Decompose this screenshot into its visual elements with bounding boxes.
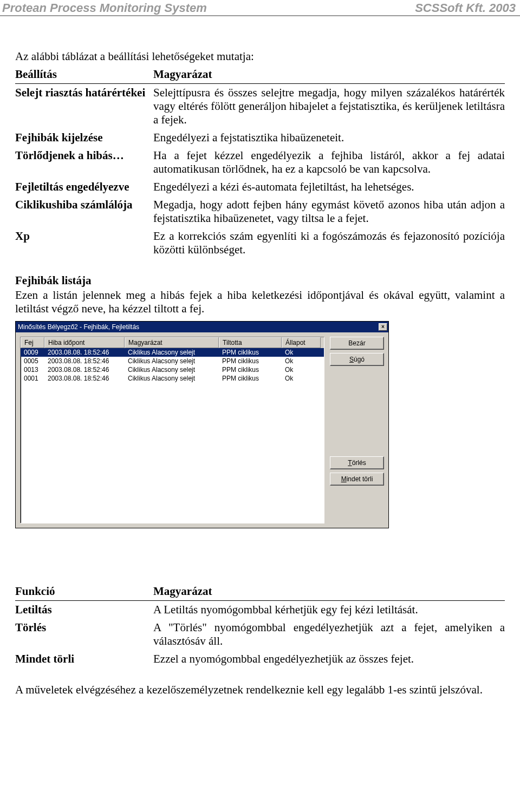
list-item[interactable]: 0013 2003.08.08. 18:52:46 Ciklikus Alacs…	[21, 365, 324, 374]
list-item[interactable]: 0001 2003.08.08. 18:52:46 Ciklikus Alacs…	[21, 374, 324, 383]
cell-tilt: PPM ciklikus	[219, 365, 282, 374]
setting-val: Engedélyezi a fejstatisztika hibaüzenete…	[153, 129, 505, 147]
delete-all-button-label: indet törli	[347, 475, 373, 483]
table-row: Xp Ez a korrekciós szám egyenlíti ki a f…	[15, 227, 505, 259]
cell-ido: 2003.08.08. 18:52:46	[44, 365, 125, 374]
table-row: Selejt riasztás határértékei Selejttípus…	[15, 84, 505, 129]
list-panel[interactable]: Fej Hiba időpont Magyarázat Tiltotta Áll…	[20, 337, 324, 523]
setting-val: Engedélyezi a kézi és-automata fejletilt…	[153, 178, 505, 196]
settings-head-key: Beállítás	[15, 66, 153, 84]
list-header: Fej Hiba időpont Magyarázat Tiltotta Áll…	[21, 337, 324, 348]
button-panel: Bezár Súgó Törlés Mindet törli	[330, 337, 384, 486]
cell-fej: 0001	[21, 374, 44, 383]
dialog-title: Minősítés Bélyegző2 - Fejhibák, Fejletil…	[18, 323, 139, 331]
settings-table: Beállítás Magyarázat Selejt riasztás hat…	[15, 66, 505, 259]
cell-tilt: PPM ciklikus	[219, 374, 282, 383]
fejhibak-title: Fejhibák listája	[15, 274, 505, 287]
col-all[interactable]: Állapot	[282, 337, 321, 348]
cell-all: Ok	[282, 348, 321, 357]
cell-magy: Ciklikus Alacsony selejt	[125, 357, 219, 365]
setting-key: Fejhibák kijelzése	[15, 129, 153, 147]
cell-magy: Ciklikus Alacsony selejt	[125, 365, 219, 374]
setting-val: Ez a korrekciós szám egyenlíti ki a fogó…	[153, 227, 505, 259]
page-header: Protean Process Monitoring System SCSSof…	[0, 0, 520, 16]
func-val: A Letiltás nyomógombbal kérhetjük egy fe…	[153, 601, 505, 619]
cell-tilt: PPM ciklikus	[219, 348, 282, 357]
func-val: Ezzel a nyomógombbal engedélyezhetjük az…	[153, 650, 505, 668]
spacer	[330, 369, 384, 453]
delete-all-button[interactable]: Mindet törli	[330, 473, 384, 486]
table-row: Törlődjenek a hibás… Ha a fejet kézzel e…	[15, 147, 505, 178]
func-key: Törlés	[15, 619, 153, 650]
cell-fej: 0013	[21, 365, 44, 374]
col-ido[interactable]: Hiba időpont	[44, 337, 125, 348]
cell-ido: 2003.08.08. 18:52:46	[44, 357, 125, 365]
table-row: Letiltás A Letiltás nyomógombbal kérhetj…	[15, 601, 505, 619]
cell-all: Ok	[282, 357, 321, 365]
close-button[interactable]: Bezár	[330, 337, 384, 350]
cell-magy: Ciklikus Alacsony selejt	[125, 348, 219, 357]
col-fej[interactable]: Fej	[21, 337, 44, 348]
cell-tilt: PPM ciklikus	[219, 357, 282, 365]
setting-val: Megadja, hogy adott fejben hány egymást …	[153, 196, 505, 227]
func-val: A "Törlés" nyomógombbal engedélyezhetjük…	[153, 619, 505, 650]
dialog-body: Fej Hiba időpont Magyarázat Tiltotta Áll…	[16, 332, 388, 528]
intro-text: Az alábbi táblázat a beállítási lehetősé…	[15, 50, 505, 63]
dialog-titlebar: Minősítés Bélyegző2 - Fejhibák, Fejletil…	[16, 322, 388, 332]
setting-key: Törlődjenek a hibás…	[15, 147, 153, 178]
list-item[interactable]: 0009 2003.08.08. 18:52:46 Ciklikus Alacs…	[21, 348, 324, 357]
col-tilt[interactable]: Tiltotta	[219, 337, 282, 348]
header-left: Protean Process Monitoring System	[2, 1, 207, 15]
cell-all: Ok	[282, 374, 321, 383]
table-row: Fejhibák kijelzése Engedélyezi a fejstat…	[15, 129, 505, 147]
func-key: Letiltás	[15, 601, 153, 619]
cell-fej: 0009	[21, 348, 44, 357]
setting-key: Ciklikushiba számlálója	[15, 196, 153, 227]
funcs-head-val: Magyarázat	[153, 582, 505, 601]
setting-key: Selejt riasztás határértékei	[15, 84, 153, 129]
fejhibak-body: Ezen a listán jelennek meg a hibás fejek…	[15, 289, 505, 316]
help-button-label: úgó	[354, 356, 365, 363]
setting-key: Fejletiltás engedélyezve	[15, 178, 153, 196]
table-row: Törlés A "Törlés" nyomógombbal engedélye…	[15, 619, 505, 650]
cell-fej: 0005	[21, 357, 44, 365]
dialog-fejhibak: Minősítés Bélyegző2 - Fejhibák, Fejletil…	[15, 321, 389, 528]
functions-table: Funkció Magyarázat Letiltás A Letiltás n…	[15, 582, 505, 668]
funcs-head-key: Funkció	[15, 582, 153, 601]
func-key: Mindet törli	[15, 650, 153, 668]
setting-key: Xp	[15, 227, 153, 259]
setting-val: Ha a fejet kézzel engedélyezik a fejhiba…	[153, 147, 505, 178]
footer-note: A műveletek elvégzéséhez a kezelőszemély…	[15, 683, 505, 697]
list-item[interactable]: 0005 2003.08.08. 18:52:46 Ciklikus Alacs…	[21, 357, 324, 365]
cell-all: Ok	[282, 365, 321, 374]
table-row: Ciklikushiba számlálója Megadja, hogy ad…	[15, 196, 505, 227]
setting-val: Selejttípusra és összes selejtre megadja…	[153, 84, 505, 129]
cell-ido: 2003.08.08. 18:52:46	[44, 374, 125, 383]
table-row: Mindet törli Ezzel a nyomógombbal engedé…	[15, 650, 505, 668]
cell-magy: Ciklikus Alacsony selejt	[125, 374, 219, 383]
close-icon[interactable]: ×	[379, 323, 387, 331]
cell-ido: 2003.08.08. 18:52:46	[44, 348, 125, 357]
settings-head-val: Magyarázat	[153, 66, 505, 84]
table-row: Fejletiltás engedélyezve Engedélyezi a k…	[15, 178, 505, 196]
col-magy[interactable]: Magyarázat	[125, 337, 219, 348]
help-button[interactable]: Súgó	[330, 353, 384, 366]
page-content: Az alábbi táblázat a beállítási lehetősé…	[0, 16, 520, 719]
delete-button-label: örlés	[352, 459, 366, 467]
delete-button[interactable]: Törlés	[330, 456, 384, 469]
header-right: SCSSoft Kft. 2003	[415, 1, 516, 15]
